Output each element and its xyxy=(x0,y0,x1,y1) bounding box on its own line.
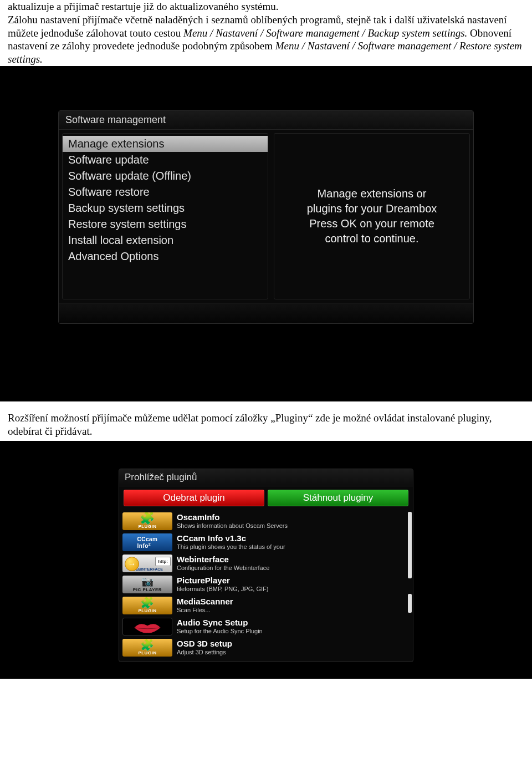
pb-titlebar: Prohlížeč pluginů xyxy=(119,469,413,486)
scrollbar-thumb[interactable] xyxy=(408,594,412,613)
plugin-icon: 🧩 PLUGIN xyxy=(122,597,172,614)
list-item[interactable]: CCcamInfo2 CCcam Info v1.3c This plugin … xyxy=(121,532,411,553)
plugin-icon: 🧩 PLUGIN xyxy=(122,639,172,657)
sm-desc-line3: Press OK on your remote xyxy=(309,217,434,230)
puzzle-icon: 🧩 xyxy=(140,512,155,525)
screenshot-plugin-browser: Prohlížeč pluginů Odebrat plugin Stáhnou… xyxy=(0,441,532,679)
remove-plugin-button[interactable]: Odebrat plugin xyxy=(124,490,264,506)
para2: Rozšíření možností přijímače můžeme uděl… xyxy=(8,412,492,437)
para1b-italic1: Menu / Nastavení / Software management /… xyxy=(183,27,467,39)
mid-paragraph: Rozšíření možností přijímače můžeme uděl… xyxy=(0,411,532,438)
screenshot-software-management: Software management Manage extensions So… xyxy=(0,66,532,401)
list-item[interactable]: 🧩 PLUGIN OscamInfo Shows information abo… xyxy=(121,511,411,532)
sm-menu-list: Manage extensions Software update Softwa… xyxy=(62,133,268,299)
puzzle-icon: 🧩 xyxy=(140,597,155,608)
list-item[interactable]: → http: WEBINTERFACE Webinterface Config… xyxy=(121,553,411,574)
plugin-icon-label: PIC PLAYER xyxy=(133,587,162,592)
sm-titlebar: Software management xyxy=(59,111,473,130)
sm-item-advanced-options[interactable]: Advanced Options xyxy=(63,248,268,265)
para1a: aktualizuje a přijímač restartuje již do… xyxy=(8,1,279,12)
sm-description-panel: Manage extensions or plugins for your Dr… xyxy=(274,133,470,299)
sm-item-software-update[interactable]: Software update xyxy=(63,152,268,168)
plugin-name: PicturePlayer xyxy=(177,576,410,586)
plugin-icon-label: PLUGIN xyxy=(138,650,156,655)
pb-buttons-row: Odebrat plugin Stáhnout pluginy xyxy=(119,486,413,510)
plugin-desc: Setup for the Audio Sync Plugin xyxy=(177,628,410,635)
camera-icon: 📷 xyxy=(141,577,154,587)
plugin-name: CCcam Info v1.3c xyxy=(177,534,410,543)
sm-desc-line2: plugins for your Dreambox xyxy=(307,202,437,215)
plugin-name: Audio Sync Setup xyxy=(177,618,410,628)
download-plugins-button[interactable]: Stáhnout pluginy xyxy=(268,490,408,506)
plugin-desc: Adjust 3D settings xyxy=(177,649,410,656)
list-item[interactable]: 📷 PIC PLAYER PicturePlayer fileformats (… xyxy=(121,574,411,595)
plugin-icon xyxy=(122,618,172,635)
plugin-icon: CCcamInfo2 xyxy=(122,533,172,551)
intro-paragraphs: aktualizuje a přijímač restartuje již do… xyxy=(0,0,532,66)
plugin-desc: fileformats (BMP, PNG, JPG, GIF) xyxy=(177,586,410,593)
pb-plugin-list: 🧩 PLUGIN OscamInfo Shows information abo… xyxy=(119,510,413,662)
plugin-desc: Shows information about Oscam Servers xyxy=(177,522,410,530)
plugin-desc: Scan Files... xyxy=(177,607,410,614)
plugin-icon: 📷 PIC PLAYER xyxy=(122,576,172,593)
plugin-name: OscamInfo xyxy=(177,513,410,522)
plugin-desc: This plugin shows you the status of your xyxy=(177,543,410,551)
plugin-name: MediaScanner xyxy=(177,597,410,607)
scrollbar-thumb[interactable] xyxy=(408,512,412,578)
list-item[interactable]: 🧩 PLUGIN MediaScanner Scan Files... xyxy=(121,595,411,616)
list-item[interactable]: 🧩 PLUGIN OSD 3D setup Adjust 3D settings xyxy=(121,637,411,658)
sm-item-restore-system-settings[interactable]: Restore system settings xyxy=(63,216,268,232)
sm-item-software-update-offline[interactable]: Software update (Offline) xyxy=(63,168,268,184)
list-item[interactable]: Audio Sync Setup Setup for the Audio Syn… xyxy=(121,616,411,637)
sm-item-install-local-extension[interactable]: Install local extension xyxy=(63,232,268,248)
plugin-name: OSD 3D setup xyxy=(177,639,410,649)
puzzle-icon: 🧩 xyxy=(140,639,155,650)
plugin-icon-label: PLUGIN xyxy=(138,608,156,613)
sm-desc-line4: control to continue. xyxy=(325,232,419,245)
cccam-icon-text: CCcamInfo2 xyxy=(137,536,158,549)
sm-item-manage-extensions[interactable]: Manage extensions xyxy=(63,136,268,152)
http-label: http: xyxy=(155,557,171,566)
plugin-name: Webinterface xyxy=(177,555,410,565)
pb-window: Prohlížeč pluginů Odebrat plugin Stáhnou… xyxy=(119,469,413,662)
sm-window: Software management Manage extensions So… xyxy=(58,110,474,324)
sm-item-software-restore[interactable]: Software restore xyxy=(63,184,268,200)
plugin-icon: 🧩 PLUGIN xyxy=(122,512,172,530)
sm-desc-line1: Manage extensions or xyxy=(318,187,427,200)
plugin-desc: Configuration for the Webinterface xyxy=(177,565,410,572)
plugin-icon: → http: WEBINTERFACE xyxy=(122,555,172,572)
sm-footer-bar xyxy=(59,303,473,323)
sm-item-backup-system-settings[interactable]: Backup system settings xyxy=(63,200,268,216)
lips-icon xyxy=(123,618,172,635)
